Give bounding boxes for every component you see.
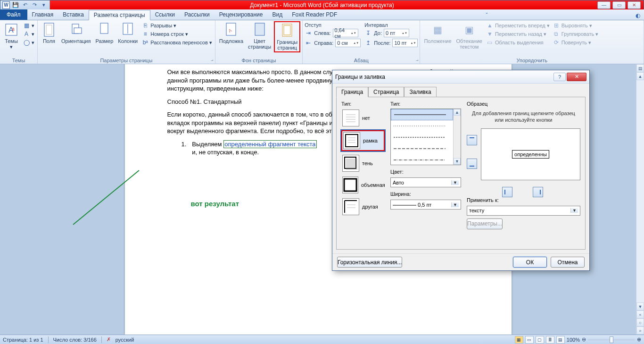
ruler-toggle[interactable]: ▤ (636, 64, 644, 72)
tab-view[interactable]: Вид (267, 9, 287, 20)
line-style-list[interactable]: ▲ ▼ (390, 109, 461, 165)
browse-object-button[interactable]: ○ (636, 319, 644, 327)
spacing-after-input[interactable]: 10 пт▲▼ (392, 39, 418, 47)
line-style-dashdot[interactable] (391, 154, 453, 165)
tab-insert[interactable]: Вставка (58, 9, 89, 20)
dialog-help-button[interactable]: ? (553, 73, 566, 81)
restore-button[interactable]: ▭ (612, 1, 626, 9)
zoom-in-button[interactable]: ⊕ (637, 336, 641, 343)
style-section-label: Тип: (390, 101, 461, 107)
tab-home[interactable]: Главная (27, 9, 58, 20)
dialog-tab-border[interactable]: Граница (336, 87, 368, 97)
tab-review[interactable]: Рецензирование (215, 9, 268, 20)
close-button[interactable]: ✕ (627, 1, 641, 9)
view-outline[interactable]: ≣ (546, 336, 554, 344)
prev-page-button[interactable]: « (636, 310, 644, 319)
scroll-up-button[interactable]: ▲ (636, 72, 644, 80)
scroll-track[interactable] (636, 80, 644, 302)
ribbon-minimize-icon[interactable]: ˇ (482, 11, 492, 20)
status-proofing-icon[interactable]: ✗ (107, 336, 111, 343)
color-combo[interactable]: Авто▼ (390, 177, 461, 187)
save-icon[interactable]: 💾 (12, 1, 19, 9)
tab-references[interactable]: Ссылки (150, 9, 180, 20)
rotate-button[interactable]: ⟳Повернуть ▾ (552, 38, 600, 47)
view-full-reading[interactable]: ▭ (525, 336, 534, 344)
style-scroll-down[interactable]: ▼ (454, 158, 461, 165)
cancel-button[interactable]: Отмена (551, 257, 585, 268)
orientation-button[interactable]: Ориентация (59, 21, 92, 45)
zoom-thumb[interactable] (610, 336, 613, 343)
tab-foxit[interactable]: Foxit Reader PDF (287, 9, 342, 20)
align-button[interactable]: ⊞Выровнять ▾ (552, 21, 600, 30)
indent-left-input[interactable]: 0,64 см▲▼ (333, 29, 358, 37)
vertical-scrollbar[interactable]: ▤ ▲ ▼ « ○ » (636, 64, 644, 335)
ok-button[interactable]: ОК (513, 257, 547, 268)
theme-colors-button[interactable]: ▦▾ (22, 21, 35, 30)
theme-effects-button[interactable]: ◯▾ (22, 38, 35, 47)
style-scroll-up[interactable]: ▲ (454, 109, 461, 116)
type-section-label: Тип: (341, 101, 385, 107)
sample-preview[interactable]: определенны (481, 128, 580, 180)
line-style-solid[interactable] (391, 109, 453, 120)
type-3d[interactable]: объемная (341, 176, 385, 194)
bring-forward-button[interactable]: ▲Переместить вперед ▾ (485, 21, 551, 30)
minimize-button[interactable]: — (597, 1, 611, 9)
page-color-button[interactable]: Цвет страницы (246, 21, 273, 50)
tab-page-layout[interactable]: Разметка страницы (89, 10, 150, 20)
view-print-layout[interactable]: ▦ (515, 336, 523, 344)
size-button[interactable]: Размер (93, 21, 115, 45)
edge-right-button[interactable] (533, 187, 543, 197)
type-shadow[interactable]: тень (341, 154, 385, 173)
line-style-dotted[interactable] (391, 120, 453, 132)
line-style-dashed[interactable] (391, 143, 453, 154)
type-none[interactable]: нет (341, 109, 385, 127)
view-web-layout[interactable]: ▢ (536, 336, 544, 344)
line-style-dashed-fine[interactable] (391, 132, 453, 143)
help-icon[interactable]: ◐ (632, 11, 644, 20)
group-objects-button[interactable]: ⧉Группировать ▾ (552, 30, 600, 38)
next-page-button[interactable]: » (636, 327, 644, 335)
redo-icon[interactable]: ↷ (31, 1, 38, 9)
indent-right-input[interactable]: 0 см▲▼ (335, 39, 361, 47)
zoom-slider[interactable] (588, 339, 635, 341)
page-borders-button[interactable]: Границы страниц (274, 21, 300, 52)
dialog-tab-shading[interactable]: Заливка (404, 87, 436, 97)
qat-customize-icon[interactable]: ▾ (40, 1, 48, 9)
group-themes: Aa Темы▾ ▦▾ A▾ ◯▾ Темы (0, 20, 38, 64)
edge-left-button[interactable] (502, 187, 512, 197)
spacing-before-input[interactable]: 0 пт▲▼ (384, 29, 409, 37)
hyphenation-button[interactable]: bªРасстановка переносов ▾ (140, 38, 213, 47)
send-backward-button[interactable]: ▼Переместить назад ▾ (485, 30, 551, 38)
dialog-close-button[interactable]: ✕ (567, 73, 586, 81)
tab-mailings[interactable]: Рассылки (180, 9, 215, 20)
scroll-down-button[interactable]: ▼ (636, 302, 644, 310)
view-draft[interactable]: ▤ (556, 336, 565, 344)
type-custom[interactable]: другая (341, 197, 385, 216)
edge-top-button[interactable] (467, 135, 477, 145)
selection-pane-button[interactable]: ▭Область выделения (485, 38, 551, 47)
margins-button[interactable]: Поля (40, 21, 58, 45)
type-box[interactable]: рамка (341, 130, 385, 151)
undo-icon[interactable]: ↶ (21, 1, 29, 9)
watermark-button[interactable]: AПодложка (217, 21, 245, 45)
line-numbers-button[interactable]: ≡Номера строк ▾ (140, 30, 213, 38)
wrap-text-button[interactable]: ▣Обтекание текстом (454, 21, 484, 50)
apply-to-combo[interactable]: тексту▼ (467, 206, 580, 216)
status-page[interactable]: Страница: 1 из 1 (3, 337, 43, 343)
dialog-tab-page[interactable]: Страница (368, 87, 404, 97)
width-combo[interactable]: 0,5 пт▼ (390, 200, 461, 210)
status-language[interactable]: русский (116, 337, 134, 343)
style-list-scrollbar[interactable]: ▲ ▼ (453, 109, 461, 165)
zoom-out-button[interactable]: ⊖ (582, 336, 586, 343)
options-button[interactable]: Параметры... (467, 218, 503, 229)
zoom-level[interactable]: 100% (567, 337, 580, 343)
themes-button[interactable]: Aa Темы▾ (2, 21, 21, 50)
edge-bottom-button[interactable] (467, 159, 477, 169)
theme-fonts-button[interactable]: A▾ (22, 30, 35, 38)
breaks-button[interactable]: ⎘Разрывы ▾ (140, 21, 213, 30)
columns-button[interactable]: Колонки (116, 21, 140, 45)
horizontal-line-button[interactable]: Горизонтальная линия... (337, 257, 402, 268)
position-button[interactable]: ▦Положение (422, 21, 453, 45)
status-words[interactable]: Число слов: 3/166 (53, 337, 97, 343)
file-tab[interactable]: Файл (0, 9, 27, 20)
